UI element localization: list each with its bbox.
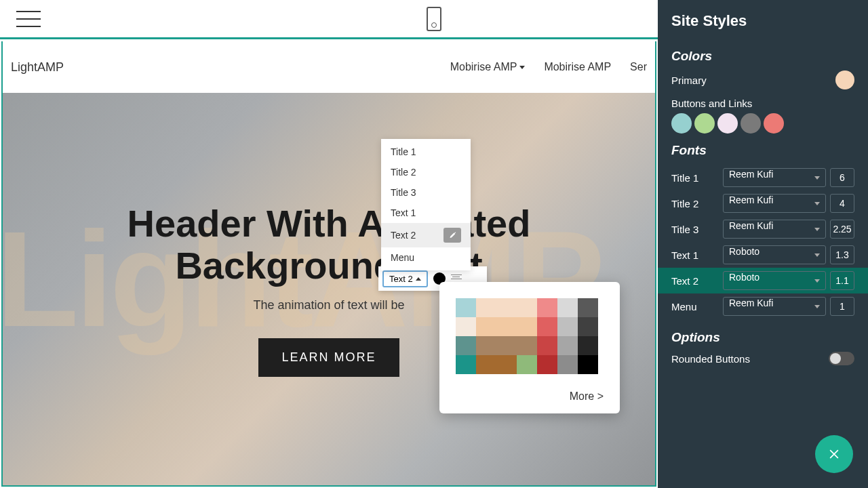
button-color-swatch[interactable]	[764, 113, 784, 134]
font-row-title-3: Title 3Reem Kufi	[658, 216, 868, 242]
primary-color-swatch[interactable]	[835, 70, 854, 89]
color-swatch[interactable]	[456, 317, 476, 336]
color-swatch[interactable]	[557, 317, 578, 336]
options-heading: Options	[671, 330, 854, 345]
hero-subtitle[interactable]: The animation of text will be	[253, 298, 404, 312]
nav-item-3[interactable]: Ser	[630, 61, 647, 73]
color-swatch[interactable]	[537, 355, 557, 374]
color-swatch[interactable]	[578, 317, 598, 336]
font-label: Title 3	[671, 224, 719, 235]
style-option-menu[interactable]: Menu	[381, 247, 471, 268]
font-size-input[interactable]	[830, 220, 854, 239]
color-swatch[interactable]	[456, 298, 476, 317]
button-color-swatch[interactable]	[694, 113, 715, 134]
font-size-input[interactable]	[830, 194, 854, 213]
site-nav: LightAMP Mobirise AMP Mobirise AMP Ser	[3, 41, 655, 93]
nav-item-2[interactable]: Mobirise AMP	[544, 61, 611, 73]
hamburger-icon[interactable]	[16, 11, 41, 27]
nav-links: Mobirise AMP Mobirise AMP Ser	[450, 61, 647, 73]
color-swatch[interactable]	[496, 298, 517, 317]
text-style-selector[interactable]: Text 2	[382, 270, 428, 287]
font-label: Text 2	[671, 275, 719, 287]
mobile-preview-icon[interactable]	[427, 7, 441, 31]
learn-more-button[interactable]: LEARN MORE	[258, 338, 399, 377]
panel-title: Site Styles	[671, 12, 854, 30]
site-styles-panel: Site Styles Colors Primary Buttons and L…	[658, 0, 868, 488]
more-colors-link[interactable]: More >	[456, 390, 604, 403]
preview-canvas: LightAMP Mobirise AMP Mobirise AMP Ser L…	[1, 41, 656, 487]
style-option-title-2[interactable]: Title 2	[381, 162, 471, 182]
font-row-text-1: Text 1Roboto	[658, 242, 868, 268]
color-swatch[interactable]	[578, 298, 598, 317]
close-panel-button[interactable]	[815, 435, 853, 473]
primary-label: Primary	[671, 75, 707, 86]
style-option-title-3[interactable]: Title 3	[381, 182, 471, 203]
rounded-buttons-label: Rounded Buttons	[671, 353, 750, 365]
font-family-select[interactable]: Reem Kufi	[723, 297, 826, 316]
color-swatch[interactable]	[496, 355, 517, 374]
color-swatch[interactable]	[456, 336, 476, 355]
color-swatch[interactable]	[517, 355, 537, 374]
color-swatch[interactable]	[557, 336, 578, 355]
buttons-links-label: Buttons and Links	[671, 98, 854, 109]
style-option-title-1[interactable]: Title 1	[381, 142, 471, 162]
button-color-swatch[interactable]	[717, 113, 738, 134]
color-picker-popover: More >	[439, 282, 620, 413]
font-row-text-2: Text 2Roboto	[658, 268, 868, 293]
font-label: Title 2	[671, 198, 719, 209]
color-swatch[interactable]	[496, 317, 517, 336]
font-size-input[interactable]	[830, 168, 854, 187]
color-swatch-grid	[456, 298, 604, 374]
brand-logo[interactable]: LightAMP	[11, 60, 64, 75]
primary-color-row: Primary	[671, 70, 854, 89]
font-family-select[interactable]: Reem Kufi	[723, 194, 826, 213]
color-swatch[interactable]	[517, 317, 537, 336]
button-color-swatch[interactable]	[671, 113, 692, 134]
font-family-select[interactable]: Reem Kufi	[723, 220, 826, 239]
font-family-select[interactable]: Roboto	[723, 245, 826, 264]
font-size-input[interactable]	[830, 271, 854, 290]
text-style-dropdown: Title 1Title 2Title 3Text 1Text 2Menu	[381, 139, 471, 270]
color-swatch[interactable]	[578, 355, 598, 374]
color-swatch[interactable]	[496, 336, 517, 355]
style-option-text-2[interactable]: Text 2	[381, 223, 471, 247]
color-swatch[interactable]	[476, 317, 496, 336]
color-swatch[interactable]	[537, 317, 557, 336]
rounded-buttons-option: Rounded Buttons	[671, 352, 854, 365]
button-color-swatches	[671, 113, 854, 134]
color-swatch[interactable]	[537, 336, 557, 355]
font-family-select[interactable]: Reem Kufi	[723, 168, 826, 187]
rounded-buttons-toggle[interactable]	[829, 352, 854, 365]
color-swatch[interactable]	[537, 298, 557, 317]
colors-heading: Colors	[671, 49, 854, 64]
fonts-heading: Fonts	[671, 143, 854, 158]
color-swatch[interactable]	[476, 298, 496, 317]
font-row-title-2: Title 2Reem Kufi	[658, 190, 868, 216]
font-label: Text 1	[671, 249, 719, 261]
font-row-menu: MenuReem Kufi	[658, 293, 868, 319]
eyedropper-icon[interactable]	[443, 228, 461, 243]
font-label: Title 1	[671, 172, 719, 184]
font-size-input[interactable]	[830, 297, 854, 316]
chevron-up-icon	[416, 277, 421, 281]
button-color-swatch[interactable]	[741, 113, 761, 134]
nav-item-1[interactable]: Mobirise AMP	[450, 61, 526, 73]
color-swatch[interactable]	[476, 355, 496, 374]
font-row-title-1: Title 1Reem Kufi	[658, 165, 868, 190]
font-family-select[interactable]: Roboto	[723, 271, 826, 290]
style-option-text-1[interactable]: Text 1	[381, 203, 471, 223]
color-swatch[interactable]	[557, 355, 578, 374]
color-swatch[interactable]	[517, 298, 537, 317]
font-label: Menu	[671, 301, 719, 312]
font-size-input[interactable]	[830, 245, 854, 264]
color-swatch[interactable]	[557, 298, 578, 317]
color-swatch[interactable]	[517, 336, 537, 355]
close-icon	[827, 447, 841, 461]
chevron-down-icon	[519, 66, 525, 69]
color-swatch[interactable]	[456, 355, 476, 374]
color-swatch[interactable]	[476, 336, 496, 355]
color-swatch[interactable]	[578, 336, 598, 355]
